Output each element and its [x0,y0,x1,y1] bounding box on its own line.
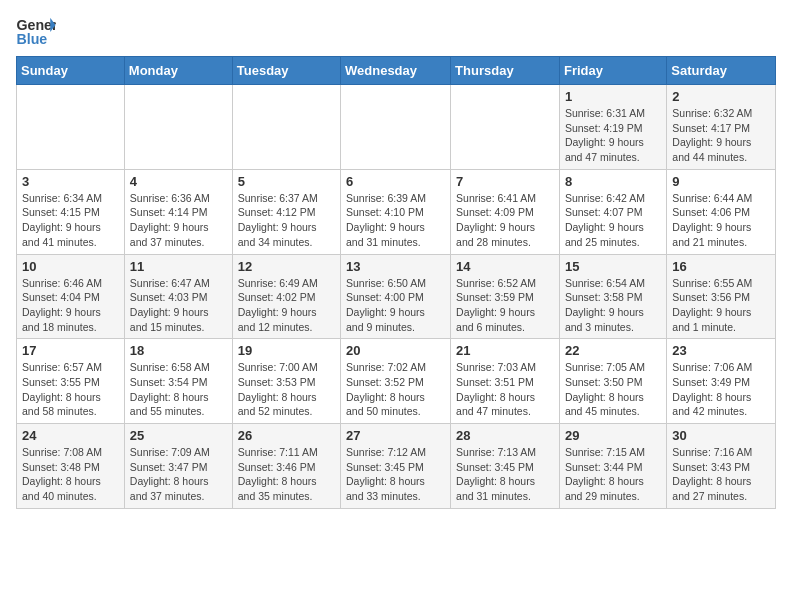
calendar-cell: 11Sunrise: 6:47 AMSunset: 4:03 PMDayligh… [124,254,232,339]
day-header-monday: Monday [124,57,232,85]
day-info: Sunrise: 6:32 AMSunset: 4:17 PMDaylight:… [672,106,770,165]
calendar-cell: 12Sunrise: 6:49 AMSunset: 4:02 PMDayligh… [232,254,340,339]
calendar-cell: 13Sunrise: 6:50 AMSunset: 4:00 PMDayligh… [341,254,451,339]
calendar-table: SundayMondayTuesdayWednesdayThursdayFrid… [16,56,776,509]
calendar-cell: 9Sunrise: 6:44 AMSunset: 4:06 PMDaylight… [667,169,776,254]
day-info: Sunrise: 7:09 AMSunset: 3:47 PMDaylight:… [130,445,227,504]
day-info: Sunrise: 6:47 AMSunset: 4:03 PMDaylight:… [130,276,227,335]
calendar-cell: 18Sunrise: 6:58 AMSunset: 3:54 PMDayligh… [124,339,232,424]
day-info: Sunrise: 6:34 AMSunset: 4:15 PMDaylight:… [22,191,119,250]
logo-icon: General Blue [16,16,56,48]
day-number: 13 [346,259,445,274]
day-number: 3 [22,174,119,189]
calendar-cell: 15Sunrise: 6:54 AMSunset: 3:58 PMDayligh… [559,254,666,339]
day-info: Sunrise: 6:54 AMSunset: 3:58 PMDaylight:… [565,276,661,335]
day-info: Sunrise: 6:50 AMSunset: 4:00 PMDaylight:… [346,276,445,335]
day-info: Sunrise: 7:03 AMSunset: 3:51 PMDaylight:… [456,360,554,419]
day-number: 29 [565,428,661,443]
calendar-cell: 22Sunrise: 7:05 AMSunset: 3:50 PMDayligh… [559,339,666,424]
day-info: Sunrise: 7:16 AMSunset: 3:43 PMDaylight:… [672,445,770,504]
day-number: 21 [456,343,554,358]
calendar-header-row: SundayMondayTuesdayWednesdayThursdayFrid… [17,57,776,85]
day-info: Sunrise: 6:37 AMSunset: 4:12 PMDaylight:… [238,191,335,250]
day-number: 18 [130,343,227,358]
day-info: Sunrise: 6:36 AMSunset: 4:14 PMDaylight:… [130,191,227,250]
day-number: 16 [672,259,770,274]
calendar-cell: 20Sunrise: 7:02 AMSunset: 3:52 PMDayligh… [341,339,451,424]
day-number: 8 [565,174,661,189]
calendar-week-1: 1Sunrise: 6:31 AMSunset: 4:19 PMDaylight… [17,85,776,170]
calendar-week-5: 24Sunrise: 7:08 AMSunset: 3:48 PMDayligh… [17,424,776,509]
logo: General Blue [16,16,56,48]
day-number: 14 [456,259,554,274]
calendar-cell: 3Sunrise: 6:34 AMSunset: 4:15 PMDaylight… [17,169,125,254]
calendar-cell: 17Sunrise: 6:57 AMSunset: 3:55 PMDayligh… [17,339,125,424]
day-info: Sunrise: 6:44 AMSunset: 4:06 PMDaylight:… [672,191,770,250]
calendar-cell [17,85,125,170]
day-number: 11 [130,259,227,274]
day-number: 19 [238,343,335,358]
day-number: 7 [456,174,554,189]
day-header-sunday: Sunday [17,57,125,85]
calendar-cell: 30Sunrise: 7:16 AMSunset: 3:43 PMDayligh… [667,424,776,509]
day-info: Sunrise: 6:58 AMSunset: 3:54 PMDaylight:… [130,360,227,419]
day-number: 12 [238,259,335,274]
day-info: Sunrise: 6:57 AMSunset: 3:55 PMDaylight:… [22,360,119,419]
day-info: Sunrise: 7:12 AMSunset: 3:45 PMDaylight:… [346,445,445,504]
day-info: Sunrise: 6:55 AMSunset: 3:56 PMDaylight:… [672,276,770,335]
day-number: 1 [565,89,661,104]
calendar-cell: 2Sunrise: 6:32 AMSunset: 4:17 PMDaylight… [667,85,776,170]
day-number: 10 [22,259,119,274]
svg-text:Blue: Blue [16,31,47,47]
day-info: Sunrise: 6:49 AMSunset: 4:02 PMDaylight:… [238,276,335,335]
calendar-cell: 5Sunrise: 6:37 AMSunset: 4:12 PMDaylight… [232,169,340,254]
calendar-cell: 25Sunrise: 7:09 AMSunset: 3:47 PMDayligh… [124,424,232,509]
calendar-cell: 21Sunrise: 7:03 AMSunset: 3:51 PMDayligh… [451,339,560,424]
day-info: Sunrise: 6:52 AMSunset: 3:59 PMDaylight:… [456,276,554,335]
day-info: Sunrise: 7:08 AMSunset: 3:48 PMDaylight:… [22,445,119,504]
day-number: 20 [346,343,445,358]
calendar-cell: 16Sunrise: 6:55 AMSunset: 3:56 PMDayligh… [667,254,776,339]
day-number: 26 [238,428,335,443]
day-info: Sunrise: 6:39 AMSunset: 4:10 PMDaylight:… [346,191,445,250]
calendar-cell: 4Sunrise: 6:36 AMSunset: 4:14 PMDaylight… [124,169,232,254]
day-info: Sunrise: 7:11 AMSunset: 3:46 PMDaylight:… [238,445,335,504]
day-info: Sunrise: 7:00 AMSunset: 3:53 PMDaylight:… [238,360,335,419]
day-number: 22 [565,343,661,358]
calendar-cell: 14Sunrise: 6:52 AMSunset: 3:59 PMDayligh… [451,254,560,339]
day-number: 5 [238,174,335,189]
calendar-cell: 27Sunrise: 7:12 AMSunset: 3:45 PMDayligh… [341,424,451,509]
calendar-cell [451,85,560,170]
day-info: Sunrise: 6:41 AMSunset: 4:09 PMDaylight:… [456,191,554,250]
day-number: 23 [672,343,770,358]
day-info: Sunrise: 7:13 AMSunset: 3:45 PMDaylight:… [456,445,554,504]
day-number: 28 [456,428,554,443]
calendar-cell: 24Sunrise: 7:08 AMSunset: 3:48 PMDayligh… [17,424,125,509]
calendar-cell [232,85,340,170]
day-number: 25 [130,428,227,443]
page-header: General Blue [16,16,776,48]
calendar-cell: 28Sunrise: 7:13 AMSunset: 3:45 PMDayligh… [451,424,560,509]
calendar-cell: 7Sunrise: 6:41 AMSunset: 4:09 PMDaylight… [451,169,560,254]
calendar-cell: 8Sunrise: 6:42 AMSunset: 4:07 PMDaylight… [559,169,666,254]
day-number: 30 [672,428,770,443]
day-info: Sunrise: 7:15 AMSunset: 3:44 PMDaylight:… [565,445,661,504]
day-info: Sunrise: 6:31 AMSunset: 4:19 PMDaylight:… [565,106,661,165]
day-number: 4 [130,174,227,189]
day-header-wednesday: Wednesday [341,57,451,85]
calendar-cell: 26Sunrise: 7:11 AMSunset: 3:46 PMDayligh… [232,424,340,509]
calendar-week-4: 17Sunrise: 6:57 AMSunset: 3:55 PMDayligh… [17,339,776,424]
day-header-thursday: Thursday [451,57,560,85]
day-header-tuesday: Tuesday [232,57,340,85]
day-number: 6 [346,174,445,189]
day-header-friday: Friday [559,57,666,85]
day-number: 2 [672,89,770,104]
day-number: 27 [346,428,445,443]
calendar-cell [341,85,451,170]
day-number: 24 [22,428,119,443]
calendar-cell: 19Sunrise: 7:00 AMSunset: 3:53 PMDayligh… [232,339,340,424]
calendar-week-2: 3Sunrise: 6:34 AMSunset: 4:15 PMDaylight… [17,169,776,254]
day-info: Sunrise: 6:42 AMSunset: 4:07 PMDaylight:… [565,191,661,250]
day-info: Sunrise: 7:06 AMSunset: 3:49 PMDaylight:… [672,360,770,419]
day-info: Sunrise: 7:05 AMSunset: 3:50 PMDaylight:… [565,360,661,419]
